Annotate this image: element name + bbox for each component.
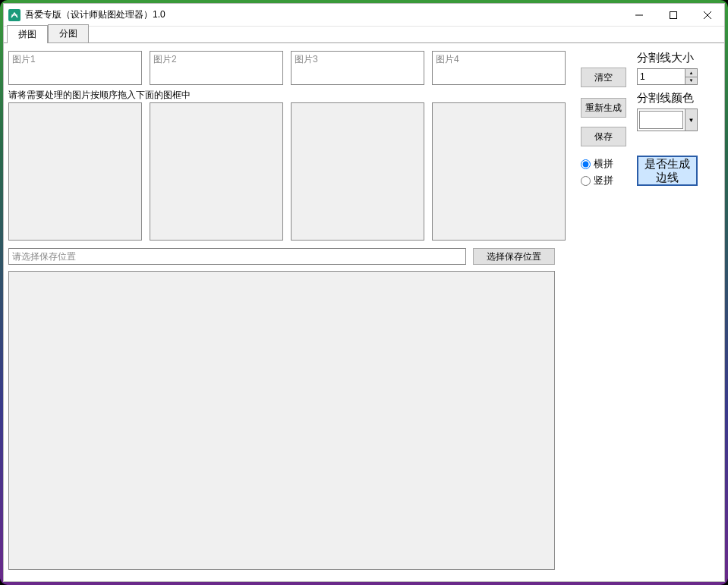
maximize-button[interactable] <box>656 4 690 27</box>
app-icon <box>8 9 20 21</box>
tab-pintu[interactable]: 拼图 <box>7 25 48 43</box>
spin-down-icon[interactable]: ▼ <box>685 77 697 85</box>
radio-vertical-input[interactable] <box>581 176 591 186</box>
divider-size-input[interactable] <box>638 69 685 84</box>
tab-fentu[interactable]: 分图 <box>48 24 89 42</box>
tab-strip: 拼图 分图 <box>4 27 724 43</box>
window-title: 吾爱专版（设计师贴图处理器）1.0 <box>25 8 165 21</box>
save-path-input[interactable]: 请选择保存位置 <box>8 248 466 265</box>
image-path-2[interactable]: 图片2 <box>150 51 283 85</box>
divider-size-label: 分割线大小 <box>637 51 694 65</box>
spin-up-icon[interactable]: ▲ <box>685 69 697 77</box>
dropdown-icon[interactable]: ▼ <box>685 109 697 131</box>
divider-color-picker[interactable]: ▼ <box>637 109 698 131</box>
drop-box-2[interactable] <box>150 102 283 241</box>
image-path-3[interactable]: 图片3 <box>291 51 424 85</box>
preview-area <box>8 271 555 570</box>
divider-size-spinbox[interactable]: ▲ ▼ <box>637 68 698 85</box>
image-path-4[interactable]: 图片4 <box>432 51 566 85</box>
radio-horizontal-input[interactable] <box>581 159 591 169</box>
minimize-button[interactable] <box>622 4 656 27</box>
color-swatch <box>639 111 683 129</box>
browse-button[interactable]: 选择保存位置 <box>473 248 555 265</box>
generate-border-toggle[interactable]: 是否生成边线 <box>637 156 698 186</box>
regenerate-button[interactable]: 重新生成 <box>581 98 626 118</box>
drop-box-4[interactable] <box>432 102 566 241</box>
radio-vertical-label: 竖拼 <box>594 174 613 187</box>
instruction-label: 请将需要处理的图片按顺序拖入下面的图框中 <box>8 89 191 102</box>
svg-rect-0 <box>670 11 676 18</box>
image-path-1[interactable]: 图片1 <box>8 51 142 85</box>
close-button[interactable] <box>690 4 724 27</box>
drop-box-3[interactable] <box>291 102 424 241</box>
save-button[interactable]: 保存 <box>581 127 626 146</box>
divider-color-label: 分割线颜色 <box>637 91 694 105</box>
radio-horizontal[interactable]: 横拼 <box>581 157 613 171</box>
radio-horizontal-label: 横拼 <box>594 157 613 171</box>
titlebar: 吾爱专版（设计师贴图处理器）1.0 <box>4 4 724 27</box>
clear-button[interactable]: 清空 <box>581 68 626 87</box>
drop-box-1[interactable] <box>8 102 142 241</box>
radio-vertical[interactable]: 竖拼 <box>581 174 613 187</box>
